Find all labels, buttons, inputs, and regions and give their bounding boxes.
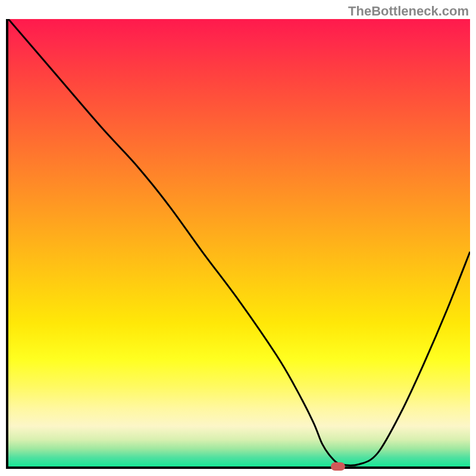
chart-plot-area [6,19,470,469]
chart-marker-point [331,462,345,471]
watermark-text: TheBottleneck.com [348,4,469,19]
chart-gradient-background [8,19,470,466]
